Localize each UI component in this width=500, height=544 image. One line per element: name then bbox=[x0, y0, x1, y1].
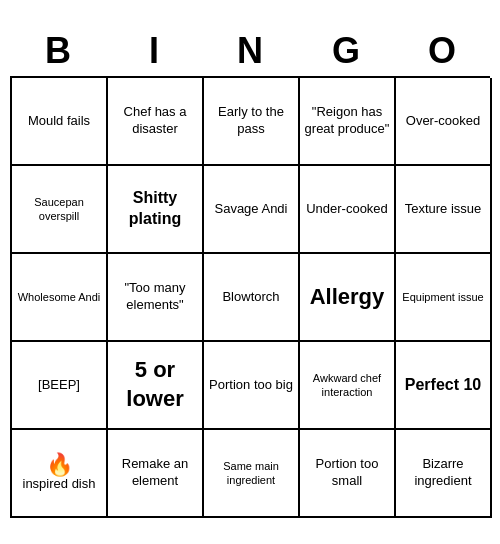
bingo-card: B I N G O Mould failsChef has a disaster… bbox=[10, 26, 490, 518]
bingo-cell[interactable]: Saucepan overspill bbox=[12, 166, 108, 254]
bingo-cell[interactable]: Allergy bbox=[300, 254, 396, 342]
bingo-cell[interactable]: Under-cooked bbox=[300, 166, 396, 254]
bingo-cell[interactable]: Wholesome Andi bbox=[12, 254, 108, 342]
bingo-cell[interactable]: Portion too big bbox=[204, 342, 300, 430]
bingo-cell[interactable]: Awkward chef interaction bbox=[300, 342, 396, 430]
bingo-cell[interactable]: [BEEP] bbox=[12, 342, 108, 430]
bingo-cell[interactable]: Perfect 10 bbox=[396, 342, 492, 430]
bingo-cell[interactable]: Chef has a disaster bbox=[108, 78, 204, 166]
bingo-cell[interactable]: 🔥inspired dish bbox=[12, 430, 108, 518]
bingo-cell[interactable]: Equipment issue bbox=[396, 254, 492, 342]
bingo-cell[interactable]: "Reigon has great produce" bbox=[300, 78, 396, 166]
bingo-cell[interactable]: Early to the pass bbox=[204, 78, 300, 166]
letter-g: G bbox=[302, 30, 390, 72]
letter-b: B bbox=[14, 30, 102, 72]
bingo-title: B I N G O bbox=[10, 26, 490, 76]
bingo-cell[interactable]: "Too many elements" bbox=[108, 254, 204, 342]
letter-n: N bbox=[206, 30, 294, 72]
bingo-cell[interactable]: Remake an element bbox=[108, 430, 204, 518]
inspired-dish-label: inspired dish bbox=[23, 476, 96, 493]
bingo-grid: Mould failsChef has a disasterEarly to t… bbox=[10, 76, 490, 518]
bingo-cell[interactable]: Mould fails bbox=[12, 78, 108, 166]
bingo-cell[interactable]: 5 or lower bbox=[108, 342, 204, 430]
letter-i: I bbox=[110, 30, 198, 72]
fire-icon: 🔥 bbox=[46, 454, 73, 476]
bingo-cell[interactable]: Bizarre ingredient bbox=[396, 430, 492, 518]
bingo-cell[interactable]: Over-cooked bbox=[396, 78, 492, 166]
bingo-cell[interactable]: Shitty plating bbox=[108, 166, 204, 254]
bingo-cell[interactable]: Blowtorch bbox=[204, 254, 300, 342]
bingo-cell[interactable]: Portion too small bbox=[300, 430, 396, 518]
bingo-cell[interactable]: Same main ingredient bbox=[204, 430, 300, 518]
bingo-cell[interactable]: Savage Andi bbox=[204, 166, 300, 254]
letter-o: O bbox=[398, 30, 486, 72]
bingo-cell[interactable]: Texture issue bbox=[396, 166, 492, 254]
